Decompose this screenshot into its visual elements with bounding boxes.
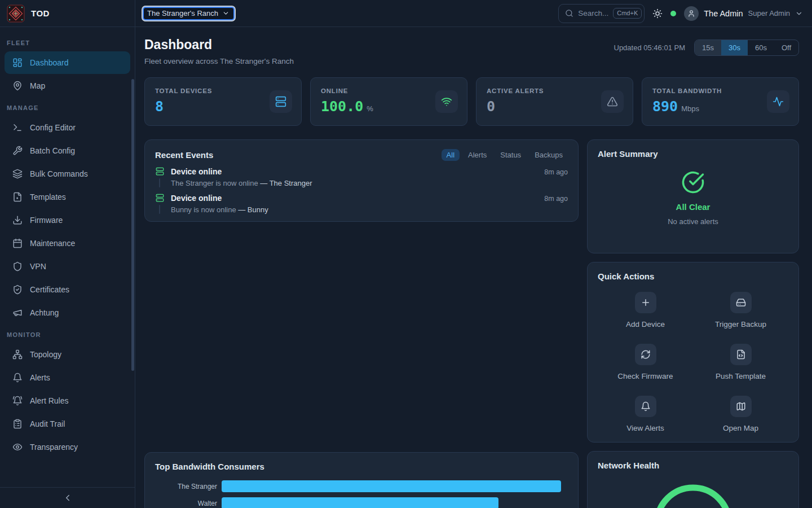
quick-action-check-firmware[interactable]: Check Firmware (598, 344, 693, 380)
file-code-icon (736, 349, 746, 360)
eye-icon (12, 442, 23, 452)
quick-action-push-template[interactable]: Push Template (693, 344, 788, 380)
theme-toggle-button[interactable] (652, 8, 663, 19)
filter-backups[interactable]: Backups (529, 149, 568, 161)
shield-check-icon (12, 284, 23, 295)
map-pin-icon (12, 81, 23, 91)
sidebar-item-label: Topology (30, 350, 61, 359)
dashboard-content: Dashboard Fleet overview across The Stra… (135, 27, 812, 508)
activity-icon (773, 96, 784, 107)
user-icon (687, 10, 695, 17)
event-title: Device online (171, 167, 222, 176)
stat-card-total-devices: TOTAL DEVICES8 (144, 77, 302, 126)
quick-action-open-map[interactable]: Open Map (693, 396, 788, 432)
stat-card-total-bandwidth: TOTAL BANDWIDTH890Mbps (642, 77, 799, 126)
sidebar-item-label: Alerts (30, 373, 50, 382)
refresh-option-off[interactable]: Off (774, 40, 798, 55)
sidebar-item-certificates[interactable]: Certificates (5, 278, 130, 301)
network-health-panel: Network Health 100 (587, 451, 799, 508)
sidebar-item-firmware[interactable]: Firmware (5, 209, 130, 231)
alert-detail: No active alerts (668, 217, 718, 226)
ranch-selector[interactable]: The Stranger's Ranch (143, 7, 235, 20)
sidebar-collapse-button[interactable] (0, 487, 135, 508)
stat-value: 8 (155, 98, 164, 115)
refresh-option-60s[interactable]: 60s (748, 40, 774, 55)
dashboard-icon (12, 58, 23, 68)
filter-status[interactable]: Status (495, 149, 526, 161)
sidebar-item-alert-rules[interactable]: Alert Rules (5, 389, 130, 412)
sidebar-item-label: Alert Rules (30, 396, 68, 405)
sidebar-item-vpn[interactable]: VPN (5, 255, 130, 278)
wifi-icon (441, 96, 452, 107)
sidebar-item-alerts[interactable]: Alerts (5, 366, 130, 389)
sidebar-item-label: Audit Trail (30, 419, 65, 428)
sidebar-item-transparency[interactable]: Transparency (5, 436, 130, 458)
user-role: Super Admin (748, 9, 790, 17)
user-menu[interactable]: The Admin Super Admin (684, 6, 803, 21)
chevron-left-icon (63, 493, 73, 503)
search-box[interactable]: Search... Cmd+K (558, 4, 645, 23)
recent-events-title: Recent Events (155, 150, 213, 160)
bell-icon (12, 373, 23, 383)
filter-all[interactable]: All (442, 149, 460, 161)
sidebar-item-label: Firmware (30, 216, 63, 225)
topbar: The Stranger's Ranch Search... Cmd+K The… (135, 0, 812, 27)
refresh-option-30s[interactable]: 30s (721, 40, 748, 55)
stat-value: 0 (487, 98, 495, 115)
tod-diamond-logo-icon (7, 5, 25, 23)
sidebar-item-config-editor[interactable]: Config Editor (5, 116, 130, 139)
sidebar-item-label: Maintenance (30, 239, 75, 248)
sidebar-item-dashboard[interactable]: Dashboard (5, 51, 130, 74)
layers-icon (12, 169, 23, 179)
filter-alerts[interactable]: Alerts (463, 149, 492, 161)
sidebar-item-templates[interactable]: Templates (5, 186, 130, 208)
file-icon (12, 192, 23, 202)
sidebar-item-achtung[interactable]: Achtung (5, 301, 130, 324)
event-row[interactable]: Device online8m agoBunny is now online —… (155, 194, 568, 214)
sidebar-item-topology[interactable]: Topology (5, 343, 130, 366)
sidebar-item-label: Dashboard (30, 58, 69, 67)
bell-icon (641, 401, 651, 411)
bandwidth-row: Walter (155, 497, 568, 508)
bandwidth-bar (222, 480, 561, 492)
wrench-icon (12, 146, 23, 156)
bandwidth-device-label: Walter (155, 500, 217, 507)
alert-summary-panel: Alert Summary All Clear No active alerts (587, 139, 799, 253)
topology-icon (12, 349, 23, 360)
stat-unit: % (367, 104, 373, 113)
quick-action-add-device[interactable]: Add Device (598, 292, 693, 329)
sidebar-item-map[interactable]: Map (5, 75, 130, 97)
terminal-icon (12, 122, 23, 133)
sidebar-scrollbar[interactable] (131, 79, 134, 371)
bandwidth-chart: The StrangerWalter (155, 480, 568, 508)
sidebar-item-audit-trail[interactable]: Audit Trail (5, 413, 130, 435)
event-device: — The Stranger (260, 179, 312, 187)
network-health-gauge: 100 (598, 482, 788, 508)
event-timeline-line (159, 205, 160, 214)
sidebar-item-bulk-commands[interactable]: Bulk Commands (5, 163, 130, 185)
refresh-option-15s[interactable]: 15s (695, 40, 721, 55)
page-title: Dashboard (144, 37, 294, 52)
quick-action-label: Check Firmware (617, 372, 673, 380)
sidebar-item-maintenance[interactable]: Maintenance (5, 232, 130, 255)
quick-action-view-alerts[interactable]: View Alerts (598, 396, 693, 432)
app-name: TOD (31, 8, 50, 18)
recent-events-panel: Recent Events AllAlertsStatusBackups Dev… (144, 139, 579, 222)
sun-icon (652, 8, 663, 19)
quick-actions-title: Quick Actions (598, 271, 788, 281)
plus-icon (641, 297, 651, 308)
event-row[interactable]: Device online8m agoThe Stranger is now o… (155, 167, 568, 187)
alert-status: All Clear (676, 202, 710, 212)
sidebar-item-label: Map (30, 81, 45, 90)
alert-summary-title: Alert Summary (598, 149, 788, 159)
stat-value: 100.0 (321, 98, 363, 115)
updated-timestamp: Updated 05:46:01 PM (614, 43, 685, 52)
sidebar-item-batch-config[interactable]: Batch Config (5, 139, 130, 162)
quick-action-label: View Alerts (626, 424, 664, 432)
bell-ring-icon (12, 396, 23, 406)
stat-card-online: ONLINE100.0% (310, 77, 467, 126)
search-icon (565, 9, 573, 17)
search-placeholder: Search... (578, 9, 608, 17)
quick-action-trigger-backup[interactable]: Trigger Backup (693, 292, 788, 329)
event-description: Bunny is now online — Bunny (171, 205, 568, 214)
